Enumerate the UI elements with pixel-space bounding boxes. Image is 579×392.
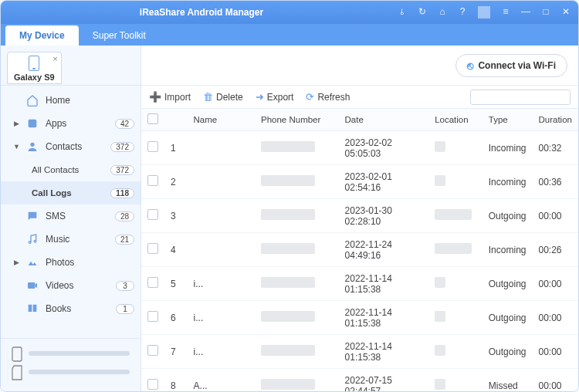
count-badge: 118: [110, 188, 134, 198]
toolbar: ➕Import 🗑Delete ➜Export ⟳Refresh 🔍: [141, 86, 578, 109]
row-duration: 00:00: [532, 267, 578, 301]
device-chip[interactable]: × Galaxy S9: [7, 52, 62, 84]
table-row[interactable]: 42022-11-24 04:49:16Incoming00:26: [141, 233, 578, 267]
row-checkbox[interactable]: [147, 345, 158, 356]
svg-point-2: [29, 242, 31, 244]
close-icon[interactable]: ✕: [560, 6, 572, 19]
refresh-button[interactable]: ⟳Refresh: [306, 91, 350, 103]
row-date: 2022-11-14 01:15:38: [339, 335, 429, 369]
sidebar-item-apps[interactable]: ▶ Apps 42: [1, 112, 141, 135]
phone-icon: [29, 56, 39, 71]
table-row[interactable]: 22023-02-01 02:54:16Incoming00:36: [141, 165, 578, 199]
sidebar-item-photos[interactable]: ▶ Photos: [1, 251, 141, 274]
sidebar-item-videos[interactable]: Videos 3: [1, 274, 141, 297]
sidebar-item-books[interactable]: Books 1: [1, 297, 141, 320]
col-date[interactable]: Date: [339, 109, 429, 131]
cart-icon[interactable]: ⫰: [396, 6, 408, 19]
menu-icon[interactable]: ≡: [499, 6, 512, 19]
col-name[interactable]: Name: [188, 109, 255, 131]
tab-super-toolkit[interactable]: Super Toolkit: [79, 25, 160, 46]
connect-wifi-button[interactable]: ⎋ Connect via Wi-Fi: [455, 54, 567, 77]
row-name: i...: [188, 301, 255, 335]
storage-sd: [12, 365, 130, 379]
svg-rect-4: [28, 282, 35, 289]
music-icon: [25, 232, 39, 246]
table-row[interactable]: 32023-01-30 02:28:10Outgoing00:00: [141, 199, 578, 233]
row-checkbox[interactable]: [147, 277, 158, 288]
col-duration[interactable]: Duration: [532, 109, 578, 131]
sidebar-item-label: Videos: [46, 280, 110, 291]
sidebar-item-contacts[interactable]: ▼ Contacts 372: [1, 135, 141, 158]
row-date: 2023-02-01 02:54:16: [339, 165, 429, 199]
col-phone[interactable]: Phone Number: [255, 109, 339, 131]
import-button[interactable]: ➕Import: [149, 91, 191, 103]
sidebar-item-label: All Contacts: [32, 165, 104, 174]
row-checkbox[interactable]: [147, 141, 158, 152]
row-duration: 00:36: [532, 165, 578, 199]
row-index: 7: [164, 335, 188, 369]
refresh-icon[interactable]: ↻: [416, 6, 428, 19]
table-row[interactable]: 6i...2022-11-14 01:15:38Outgoing00:00: [141, 301, 578, 335]
sidebar-item-music[interactable]: Music 21: [1, 228, 141, 251]
row-type: Outgoing: [482, 199, 533, 233]
delete-button[interactable]: 🗑Delete: [203, 91, 243, 103]
table-row[interactable]: 8A...2022-07-15 02:44:57Missed00:00: [141, 369, 578, 392]
row-checkbox[interactable]: [147, 243, 158, 254]
row-phone: [255, 233, 339, 267]
row-location: [428, 301, 482, 335]
search-input[interactable]: [474, 93, 579, 102]
sidebar-item-label: SMS: [46, 211, 109, 221]
phone-storage-icon: [12, 346, 22, 360]
row-type: Incoming: [482, 165, 533, 199]
storage-indicator: [1, 338, 141, 391]
svg-point-3: [34, 240, 36, 242]
row-index: 4: [164, 233, 188, 267]
row-location: [428, 335, 482, 369]
home-icon: [25, 93, 39, 107]
sidebar-item-all-contacts[interactable]: All Contacts 372: [1, 158, 141, 181]
count-badge: 28: [115, 211, 134, 221]
row-date: 2023-01-30 02:28:10: [339, 199, 429, 233]
row-date: 2023-02-02 05:05:03: [339, 131, 429, 165]
row-checkbox[interactable]: [147, 311, 158, 322]
refresh-icon: ⟳: [306, 91, 314, 103]
photos-icon: [25, 255, 39, 269]
col-location[interactable]: Location: [428, 109, 482, 131]
plus-icon: ➕: [149, 91, 161, 103]
connect-label: Connect via Wi-Fi: [478, 60, 556, 71]
svg-point-1: [30, 143, 34, 147]
row-name: [188, 233, 255, 267]
close-device-icon[interactable]: ×: [52, 54, 57, 63]
row-name: A...: [188, 369, 255, 392]
maximize-icon[interactable]: □: [540, 6, 552, 19]
books-icon: [25, 302, 39, 316]
row-duration: 00:00: [532, 199, 578, 233]
search-box[interactable]: 🔍: [470, 90, 571, 105]
sidebar-item-label: Call Logs: [32, 188, 104, 198]
tab-my-device[interactable]: My Device: [5, 25, 79, 46]
table-row[interactable]: 7i...2022-11-14 01:15:38Outgoing00:00: [141, 335, 578, 369]
help-icon[interactable]: ?: [456, 6, 469, 19]
home-icon[interactable]: ⌂: [436, 6, 449, 19]
row-date: 2022-11-24 04:49:16: [339, 233, 429, 267]
trash-icon: 🗑: [203, 91, 213, 103]
row-checkbox[interactable]: [147, 379, 158, 390]
device-selector: × Galaxy S9: [1, 46, 141, 86]
row-checkbox[interactable]: [147, 209, 158, 220]
minimize-icon[interactable]: —: [520, 6, 532, 19]
row-index: 1: [164, 131, 188, 165]
col-type[interactable]: Type: [482, 109, 533, 131]
sidebar: × Galaxy S9 Home ▶ Apps 42 ▼ Contacts: [1, 46, 141, 391]
export-button[interactable]: ➜Export: [256, 91, 294, 103]
row-checkbox[interactable]: [147, 175, 158, 186]
chevron-right-icon: ▶: [13, 259, 19, 266]
table-row[interactable]: 12023-02-02 05:05:03Incoming00:32: [141, 131, 578, 165]
table-row[interactable]: 5i...2022-11-14 01:15:38Outgoing00:00: [141, 267, 578, 301]
sidebar-item-call-logs[interactable]: Call Logs 118: [1, 181, 141, 204]
sidebar-item-sms[interactable]: SMS 28: [1, 204, 141, 228]
apps-icon: [25, 117, 39, 130]
row-phone: [255, 165, 339, 199]
sidebar-item-home[interactable]: Home: [1, 89, 141, 112]
select-all-checkbox[interactable]: [147, 113, 158, 124]
app-title: iReaShare Android Manager: [7, 7, 396, 18]
